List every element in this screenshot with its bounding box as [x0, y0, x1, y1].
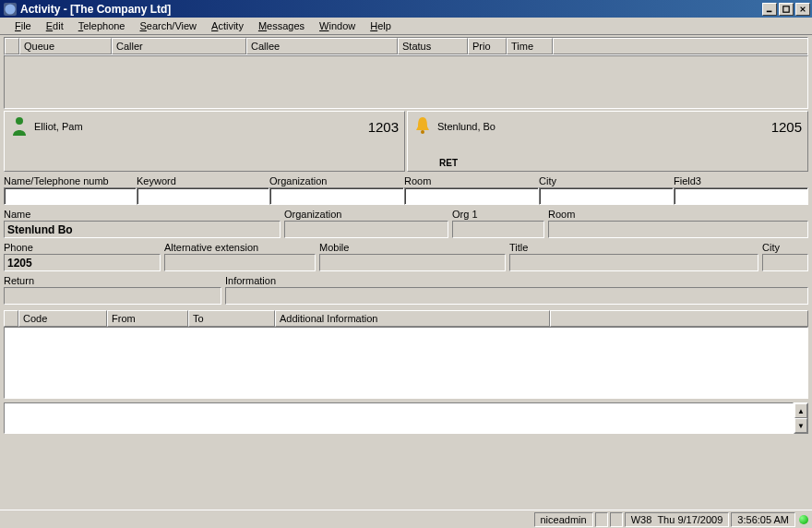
value-title: [509, 254, 758, 271]
info-col-from[interactable]: From: [107, 310, 188, 327]
label-d-return: Return: [4, 275, 221, 286]
message-scrollbar[interactable]: ▲ ▼: [794, 402, 808, 434]
status-week-date: W38 Thu 9/17/2009: [625, 512, 730, 527]
menu-edit[interactable]: Edit: [39, 18, 71, 33]
info-col-handle[interactable]: [4, 310, 18, 327]
menu-window[interactable]: Window: [312, 18, 363, 33]
status-ind-1: [595, 512, 608, 527]
detail-row-3: Return Information: [4, 275, 808, 305]
value-name: Stenlund Bo: [4, 221, 281, 238]
window-buttons: [762, 3, 812, 16]
window-title: Activity - [The Company Ltd]: [20, 3, 762, 16]
queue-col-handle[interactable]: [5, 38, 19, 54]
search-room[interactable]: [404, 187, 539, 205]
value-city: [762, 254, 808, 271]
value-return: [4, 287, 221, 305]
queue-col-caller[interactable]: Caller: [112, 38, 246, 54]
svg-point-4: [421, 130, 424, 134]
label-d-org1: Org 1: [452, 209, 544, 220]
value-room: [548, 221, 808, 238]
search-organization[interactable]: [269, 187, 404, 205]
close-button[interactable]: [795, 3, 810, 16]
queue-col-prio[interactable]: Prio: [468, 38, 507, 54]
menu-bar: File Edit Telephone Search/View Activity…: [0, 18, 812, 35]
status-time: 3:56:05 AM: [731, 512, 795, 527]
label-d-info: Information: [225, 275, 808, 286]
scroll-up-button[interactable]: ▲: [794, 403, 807, 418]
label-organization: Organization: [269, 175, 404, 186]
label-d-name: Name: [4, 209, 281, 220]
search-city[interactable]: [539, 187, 674, 205]
info-table: Code From To Additional Information: [4, 310, 808, 399]
search-field3[interactable]: [674, 187, 808, 205]
menu-help[interactable]: Help: [363, 18, 399, 33]
menu-telephone[interactable]: Telephone: [71, 18, 133, 33]
info-col-spacer: [550, 310, 808, 327]
caller-name: Elliot, Pam: [34, 121, 83, 132]
value-organization: [284, 221, 448, 238]
label-room: Room: [404, 175, 539, 186]
label-d-phone: Phone: [4, 242, 161, 253]
minimize-button[interactable]: [762, 3, 777, 16]
call-card-left[interactable]: Elliot, Pam 1203: [4, 111, 405, 172]
search-name-tel[interactable]: [4, 187, 137, 205]
info-col-additional[interactable]: Additional Information: [275, 310, 550, 327]
menu-file[interactable]: File: [7, 18, 39, 33]
label-d-city: City: [762, 242, 808, 253]
message-text[interactable]: [4, 402, 794, 434]
app-icon: [4, 3, 17, 16]
menu-search[interactable]: Search/View: [133, 18, 205, 33]
queue-col-queue[interactable]: Queue: [19, 38, 112, 54]
maximize-button[interactable]: [779, 3, 794, 16]
scroll-down-button[interactable]: ▼: [794, 418, 807, 433]
queue-header: Queue Caller Callee Status Prio Time: [4, 37, 808, 55]
queue-col-status[interactable]: Status: [398, 38, 468, 54]
info-col-to[interactable]: To: [188, 310, 275, 327]
call-card-right[interactable]: Stenlund, Bo 1205 RET: [407, 111, 808, 172]
status-bar: niceadmin W38 Thu 9/17/2009 3:56:05 AM: [0, 510, 812, 528]
call-cards: Elliot, Pam 1203 Stenlund, Bo 1205 RET: [4, 111, 808, 172]
label-d-mobile: Mobile: [319, 242, 506, 253]
message-area: ▲ ▼: [4, 402, 808, 434]
callee-extension: 1205: [771, 119, 802, 135]
value-org1: [452, 221, 544, 238]
value-phone: 1205: [4, 254, 161, 271]
callee-status: RET: [439, 158, 802, 168]
svg-point-3: [16, 117, 23, 125]
value-altext: [164, 254, 316, 271]
label-d-room: Room: [548, 209, 808, 220]
status-user: niceadmin: [534, 512, 593, 527]
callee-name: Stenlund, Bo: [437, 121, 496, 132]
person-icon: [10, 115, 29, 138]
window-titlebar: Activity - [The Company Ltd]: [0, 0, 812, 18]
queue-col-spacer: [553, 38, 807, 54]
detail-row-2: Phone1205 Alternative extension Mobile T…: [4, 242, 808, 271]
status-led-icon: [799, 515, 808, 524]
queue-body: [4, 55, 808, 109]
label-field3: Field3: [674, 175, 808, 186]
menu-activity[interactable]: Activity: [204, 18, 251, 33]
label-keyword: Keyword: [137, 175, 269, 186]
label-d-org: Organization: [284, 209, 448, 220]
value-mobile: [319, 254, 506, 271]
info-col-code[interactable]: Code: [18, 310, 107, 327]
value-information: [225, 287, 808, 305]
search-keyword[interactable]: [137, 187, 269, 205]
search-row: Name/Telephone numb Keyword Organization…: [4, 175, 808, 205]
svg-rect-2: [783, 6, 789, 11]
info-table-body: [4, 327, 808, 399]
svg-point-0: [5, 4, 15, 14]
label-d-title: Title: [509, 242, 758, 253]
label-city: City: [539, 175, 674, 186]
info-table-header: Code From To Additional Information: [4, 310, 808, 327]
status-ind-2: [610, 512, 623, 527]
detail-row-1: NameStenlund Bo Organization Org 1 Room: [4, 209, 808, 238]
caller-extension: 1203: [368, 119, 399, 135]
svg-rect-1: [767, 10, 772, 12]
menu-messages[interactable]: Messages: [251, 18, 312, 33]
label-name-tel: Name/Telephone numb: [4, 175, 137, 186]
label-d-altext: Alternative extension: [164, 242, 316, 253]
bell-icon: [413, 115, 432, 138]
queue-col-time[interactable]: Time: [507, 38, 553, 54]
queue-col-callee[interactable]: Callee: [246, 38, 398, 54]
